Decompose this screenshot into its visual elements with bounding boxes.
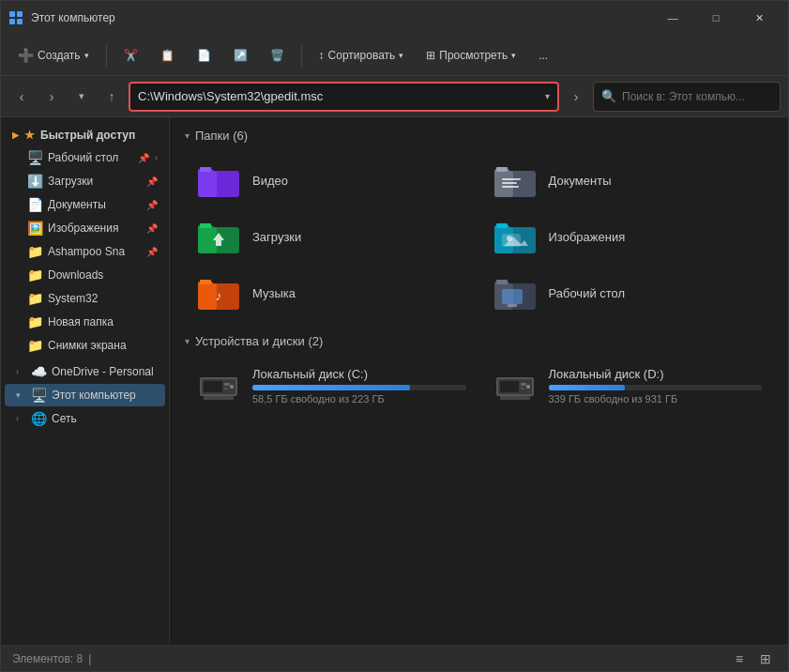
sidebar-item-documents-label: Документы	[48, 198, 106, 211]
search-wrap: 🔍	[593, 82, 781, 112]
device-d-name: Локальный диск (D:)	[549, 367, 763, 381]
sidebar-item-network[interactable]: › 🌐 Сеть	[5, 407, 165, 430]
device-item-c[interactable]: Локальный диск (C:) 58,5 ГБ свободно из …	[185, 359, 478, 412]
device-item-d[interactable]: Локальный диск (D:) 339 ГБ свободно из 9…	[481, 359, 774, 412]
folder-item-downloads[interactable]: Загрузки	[185, 210, 478, 263]
sidebar-item-onedrive[interactable]: › ☁️ OneDrive - Personal	[5, 360, 165, 383]
sort-arrow: ▾	[399, 51, 403, 60]
up-button[interactable]: ↑	[99, 84, 125, 110]
device-c-info: Локальный диск (C:) 58,5 ГБ свободно из …	[252, 367, 466, 405]
back-button[interactable]: ‹	[8, 84, 35, 110]
folder-item-video[interactable]: Видео	[185, 154, 478, 206]
svg-rect-28	[198, 283, 217, 310]
view-label: Просмотреть	[439, 49, 508, 62]
sidebar-item-system32[interactable]: 📁 System32	[5, 287, 165, 310]
sidebar-item-screenshots-label: Снимки экрана	[48, 339, 127, 352]
copy-icon: 📋	[160, 49, 174, 62]
drive-c-icon	[196, 370, 241, 402]
create-arrow: ▾	[84, 51, 89, 60]
sidebar-item-this-pc[interactable]: ▾ 🖥️ Этот компьютер	[5, 384, 165, 406]
quick-access-header[interactable]: ▶ ★ Быстрый доступ	[1, 121, 169, 145]
sidebar-item-downloads2[interactable]: 📁 Downloads	[5, 264, 165, 286]
quick-access-star-icon: ★	[24, 129, 35, 142]
window-controls: — □ ✕	[651, 1, 781, 35]
cut-icon: ✂️	[124, 49, 138, 62]
window: Этот компьютер — □ ✕ ➕ Создать ▾ ✂️ 📋 📄 …	[0, 0, 789, 672]
close-button[interactable]: ✕	[737, 1, 781, 35]
sidebar-item-documents[interactable]: 📄 Документы 📌	[5, 193, 165, 216]
sidebar: ▶ ★ Быстрый доступ 🖥️ Рабочий стол 📌 › ⬇…	[1, 117, 170, 645]
title-bar: Этот компьютер — □ ✕	[1, 1, 788, 35]
share-button[interactable]: ↗️	[224, 45, 257, 66]
devices-chevron-icon: ▾	[185, 336, 190, 346]
device-d-space: 339 ГБ свободно из 931 ГБ	[549, 393, 763, 405]
folder-item-documents[interactable]: Документы	[481, 154, 774, 206]
delete-button[interactable]: 🗑️	[261, 45, 294, 66]
cut-button[interactable]: ✂️	[114, 45, 147, 66]
device-d-bar-wrap	[549, 385, 763, 390]
plus-icon: ➕	[18, 48, 34, 63]
status-separator: |	[88, 652, 91, 665]
folders-chevron-icon: ▾	[185, 130, 190, 141]
sidebar-item-desktop[interactable]: 🖥️ Рабочий стол 📌 ›	[5, 146, 165, 169]
create-button[interactable]: ➕ Создать ▾	[8, 44, 99, 67]
sidebar-item-downloads[interactable]: ⬇️ Загрузки 📌	[5, 170, 165, 192]
search-input[interactable]	[622, 90, 772, 103]
sidebar-item-downloads2-label: Downloads	[48, 268, 103, 282]
svg-rect-18	[200, 223, 211, 228]
go-button[interactable]: ›	[563, 84, 589, 110]
images-sidebar-icon: 🖼️	[27, 221, 42, 236]
address-input-wrap[interactable]: ▾	[129, 82, 559, 112]
items-count: Элементов: 8	[12, 652, 83, 665]
folder-icon-screenshots: 📁	[27, 338, 42, 353]
pin-icon-ashampoo: 📌	[146, 247, 158, 257]
toolbar: ➕ Создать ▾ ✂️ 📋 📄 ↗️ 🗑️ ↕ Сортировать ▾…	[1, 35, 788, 76]
minimize-button[interactable]: —	[651, 1, 694, 35]
sidebar-item-desktop-label: Рабочий стол	[48, 151, 118, 164]
devices-section-header[interactable]: ▾ Устройства и диски (2)	[185, 334, 773, 348]
folder-item-images[interactable]: Изображения	[481, 210, 774, 263]
sidebar-item-new-folder[interactable]: 📁 Новая папка	[5, 311, 165, 333]
downloads-sidebar-icon: ⬇️	[27, 174, 42, 189]
folder-item-music[interactable]: ♪ Музыка	[185, 267, 478, 319]
svg-rect-50	[500, 396, 530, 400]
folder-icon-music: ♪	[196, 274, 241, 312]
drive-d-icon	[493, 370, 538, 402]
svg-rect-3	[17, 19, 23, 24]
toolbar-separator-2	[301, 44, 302, 67]
folder-downloads-name: Загрузки	[252, 230, 301, 244]
svg-rect-13	[502, 182, 517, 184]
grid-view-button[interactable]: ⊞	[754, 649, 777, 668]
sort-button[interactable]: ↕ Сортировать ▾	[310, 45, 414, 66]
view-button[interactable]: ⊞ Просмотреть ▾	[417, 45, 525, 66]
svg-rect-41	[224, 383, 230, 386]
view-icon: ⊞	[426, 49, 435, 62]
more-button[interactable]: ...	[529, 45, 557, 66]
copy-button[interactable]: 📋	[151, 45, 184, 66]
sidebar-item-ashampoo[interactable]: 📁 Ashampoo Sna 📌	[5, 240, 165, 263]
address-dropdown-button[interactable]: ▾	[545, 91, 550, 101]
sidebar-item-images[interactable]: 🖼️ Изображения 📌	[5, 217, 165, 239]
folders-section-header[interactable]: ▾ Папки (6)	[185, 129, 773, 143]
sidebar-item-screenshots[interactable]: 📁 Снимки экрана	[5, 334, 165, 357]
main-area: ▶ ★ Быстрый доступ 🖥️ Рабочий стол 📌 › ⬇…	[1, 117, 788, 645]
documents-sidebar-icon: 📄	[27, 197, 42, 212]
address-bar: ‹ › ▾ ↑ ▾ › 🔍	[1, 76, 788, 117]
folder-item-desktop[interactable]: Рабочий стол	[481, 267, 774, 319]
svg-rect-40	[204, 381, 222, 392]
device-d-info: Локальный диск (D:) 339 ГБ свободно из 9…	[549, 367, 763, 405]
create-label: Создать	[38, 49, 81, 62]
svg-point-51	[526, 385, 530, 389]
address-input[interactable]	[138, 89, 539, 103]
status-bar: Элементов: 8 | ≡ ⊞	[1, 645, 788, 671]
list-view-button[interactable]: ≡	[728, 649, 751, 668]
window-icon	[8, 10, 23, 25]
svg-rect-49	[521, 388, 524, 389]
forward-button[interactable]: ›	[38, 84, 65, 110]
svg-rect-37	[508, 304, 517, 307]
recent-button[interactable]: ▾	[68, 84, 95, 110]
svg-rect-47	[500, 381, 519, 392]
maximize-button[interactable]: □	[694, 1, 737, 35]
network-label: Сеть	[52, 412, 77, 425]
paste-button[interactable]: 📄	[188, 45, 220, 66]
